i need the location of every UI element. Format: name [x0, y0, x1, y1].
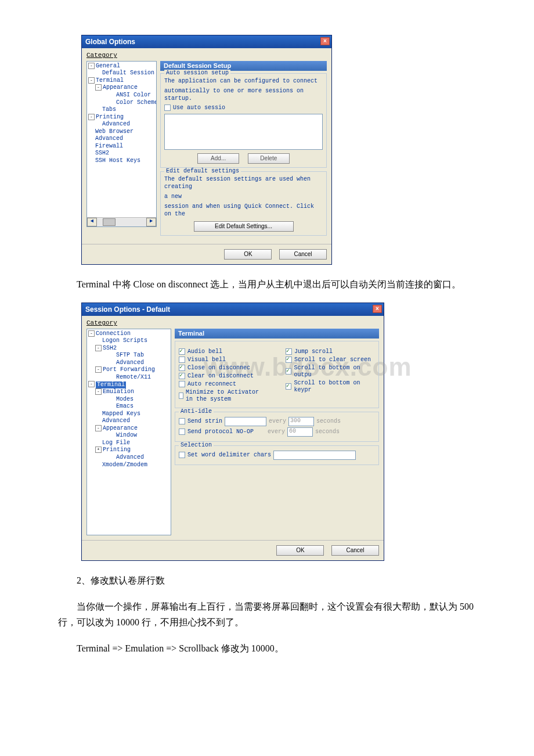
category-tree[interactable]: -General Default Session -Terminal -Appe…	[86, 61, 157, 227]
tree-item-remote-x11[interactable]: Remote/X11	[116, 374, 151, 380]
tree-item-window[interactable]: Window	[116, 432, 137, 438]
tree-item-advanced3[interactable]: Advanced	[116, 454, 144, 460]
checkbox-icon[interactable]	[286, 383, 291, 390]
tree-item-terminal[interactable]: Terminal	[96, 381, 126, 389]
tree-item-ssh2[interactable]: SSH2	[103, 345, 117, 351]
tree-item-ssh-host-keys[interactable]: SSH Host Keys	[95, 157, 140, 164]
minimize-activator-checkbox[interactable]: Minimize to Activator in the system	[179, 389, 268, 403]
tree-item-modes[interactable]: Modes	[116, 396, 134, 402]
noop-seconds-input[interactable]: 60	[287, 427, 313, 437]
checkbox-icon[interactable]	[286, 368, 291, 375]
tree-item-ssh2[interactable]: SSH2	[95, 150, 109, 156]
send-protocol-checkbox[interactable]: Send protocol NO-OP every 60 seconds	[179, 427, 375, 437]
expand-icon[interactable]: -	[88, 77, 95, 84]
cancel-button[interactable]: Cancel	[331, 545, 379, 556]
every-seconds-input[interactable]: 300	[288, 417, 314, 426]
checkbox-label: Scroll to bottom on outpu	[294, 365, 375, 379]
checkbox-icon[interactable]	[179, 365, 185, 371]
tree-item-tabs[interactable]: Tabs	[102, 106, 116, 113]
word-delimiter-input[interactable]	[273, 451, 356, 460]
jump-scroll-checkbox[interactable]: Jump scroll	[286, 348, 375, 355]
checkbox-icon[interactable]	[179, 357, 185, 363]
scroll-left-icon[interactable]: ◄	[87, 218, 97, 226]
tree-scrollbar[interactable]: ◄ ►	[87, 217, 156, 226]
tree-item-advanced[interactable]: Advanced	[116, 359, 144, 366]
scroll-clear-checkbox[interactable]: Scroll to clear screen	[286, 357, 375, 363]
scroll-right-icon[interactable]: ►	[146, 218, 156, 226]
tree-item-connection[interactable]: Connection	[96, 330, 131, 337]
checkbox-label: Audio bell	[187, 348, 222, 355]
tree-item-advanced[interactable]: Advanced	[102, 121, 130, 127]
ok-button[interactable]: OK	[224, 249, 272, 260]
tree-item-port-forwarding[interactable]: Port Forwarding	[103, 366, 155, 373]
every-label: every	[268, 429, 285, 435]
tree-item-general[interactable]: General	[96, 63, 120, 69]
category-tree[interactable]: -Connection Logon Scripts -SSH2 SFTP Tab…	[86, 329, 171, 535]
close-on-disconnect-checkbox[interactable]: Close on disconnec	[179, 365, 268, 372]
checkbox-label: Set word delimiter chars	[187, 452, 271, 459]
checkbox-icon[interactable]	[164, 105, 171, 111]
tree-item-default-session[interactable]: Default Session	[102, 70, 154, 76]
edit-default-settings-button[interactable]: Edit Default Settings...	[194, 221, 294, 232]
tree-item-mapped-keys[interactable]: Mapped Keys	[102, 411, 140, 417]
tree-item-advanced2[interactable]: Advanced	[102, 417, 130, 424]
tree-item-emacs[interactable]: Emacs	[116, 403, 134, 409]
tree-item-terminal[interactable]: Terminal	[96, 77, 124, 84]
expand-icon[interactable]: -	[95, 388, 102, 395]
expand-icon[interactable]: +	[95, 447, 102, 453]
checkbox-icon[interactable]	[286, 348, 292, 355]
tree-item-appearance[interactable]: Appearance	[103, 425, 138, 431]
add-button[interactable]: Add...	[197, 153, 239, 164]
terminal-options-group: Audio bell Visual bell Close on disconne…	[175, 341, 379, 408]
use-auto-session-checkbox[interactable]: Use auto sessio	[164, 105, 323, 111]
tree-item-color-schemes[interactable]: Color Schemes	[116, 99, 157, 106]
checkbox-icon[interactable]	[179, 373, 185, 379]
tree-item-logon-scripts[interactable]: Logon Scripts	[102, 337, 147, 344]
expand-icon[interactable]: -	[88, 381, 95, 387]
scroll-thumb[interactable]	[103, 218, 116, 226]
tree-item-emulation[interactable]: Emulation	[103, 388, 134, 395]
tree-item-log-file[interactable]: Log File	[102, 440, 130, 446]
scroll-bottom-output-checkbox[interactable]: Scroll to bottom on outpu	[286, 365, 375, 379]
checkbox-icon[interactable]	[179, 452, 185, 458]
tree-item-sftp-tab[interactable]: SFTP Tab	[116, 352, 144, 358]
expand-icon[interactable]: -	[95, 345, 102, 351]
tree-item-ansi-color[interactable]: ANSI Color	[116, 92, 151, 98]
expand-icon[interactable]: -	[88, 114, 95, 120]
expand-icon[interactable]: -	[95, 366, 102, 373]
checkbox-icon[interactable]	[179, 381, 185, 387]
checkbox-icon[interactable]	[179, 348, 185, 355]
tree-item-appearance[interactable]: Appearance	[103, 85, 138, 91]
clear-on-disconnect-checkbox[interactable]: Clear on disconnect	[179, 373, 268, 380]
tree-item-printing[interactable]: Printing	[103, 447, 131, 453]
expand-icon[interactable]: -	[88, 330, 95, 337]
tree-item-printing[interactable]: Printing	[96, 114, 124, 120]
checkbox-icon[interactable]	[179, 429, 185, 435]
auto-reconnect-checkbox[interactable]: Auto reconnect	[179, 381, 268, 388]
send-string-input[interactable]	[225, 417, 266, 426]
checkbox-icon[interactable]	[179, 418, 185, 424]
dialog-titlebar[interactable]: Session Options - Default ×	[82, 303, 384, 316]
expand-icon[interactable]: -	[88, 63, 95, 69]
audio-bell-checkbox[interactable]: Audio bell	[179, 348, 268, 355]
tree-item-advanced2[interactable]: Advanced	[95, 135, 123, 142]
auto-session-list[interactable]	[164, 114, 323, 150]
scroll-bottom-keypress-checkbox[interactable]: Scroll to bottom on keypr	[286, 380, 375, 394]
cancel-button[interactable]: Cancel	[279, 249, 327, 260]
tree-item-firewall[interactable]: Firewall	[95, 143, 123, 149]
checkbox-icon[interactable]	[179, 393, 183, 399]
send-string-checkbox[interactable]: Send strin every 300 seconds	[179, 417, 375, 426]
delete-button[interactable]: Delete	[248, 153, 290, 164]
expand-icon[interactable]: -	[95, 84, 102, 91]
close-icon[interactable]: ×	[320, 37, 330, 45]
expand-icon[interactable]: -	[95, 425, 102, 431]
word-delimiter-checkbox[interactable]: Set word delimiter chars	[179, 451, 375, 460]
close-icon[interactable]: ×	[373, 305, 382, 313]
tree-item-web-browser[interactable]: Web Browser	[95, 128, 134, 135]
checkbox-icon[interactable]	[286, 357, 292, 363]
visual-bell-checkbox[interactable]: Visual bell	[179, 357, 268, 363]
checkbox-label: Send strin	[187, 418, 222, 425]
ok-button[interactable]: OK	[276, 545, 324, 556]
tree-item-xmodem[interactable]: Xmodem/Zmodem	[102, 462, 147, 468]
dialog-titlebar[interactable]: Global Options ×	[82, 35, 331, 48]
